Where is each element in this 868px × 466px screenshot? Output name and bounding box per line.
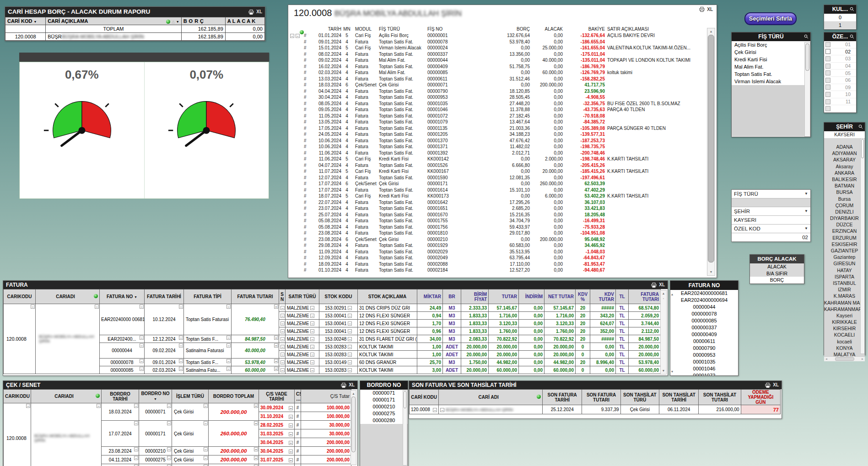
collapse-minus-button[interactable]: − bbox=[179, 336, 183, 340]
list-item[interactable]: 00000071 bbox=[360, 390, 408, 396]
collapse-minus-button[interactable]: − bbox=[310, 321, 314, 326]
slicer-item[interactable]: Toptan Satis Fat. bbox=[732, 70, 810, 78]
collapse-minus-button[interactable]: − bbox=[140, 367, 144, 371]
slicer-item[interactable]: 04 bbox=[824, 63, 856, 70]
collapse-minus-button[interactable]: − bbox=[280, 360, 285, 364]
fatura-no[interactable]: −00000044 bbox=[100, 343, 145, 359]
slicer-item[interactable]: GAZIANTEP bbox=[824, 247, 865, 254]
reset-selections-button[interactable]: Seçimleri Sıfırla bbox=[744, 12, 797, 25]
collapse-minus-button[interactable]: − bbox=[26, 404, 30, 408]
fis-turu-dropdown[interactable]: FİŞ TÜRÜ▼ bbox=[732, 190, 810, 198]
slicer-item[interactable]: KIRSEHIR bbox=[824, 325, 865, 332]
search-icon[interactable] bbox=[858, 124, 863, 129]
slicer-scrollbar[interactable] bbox=[860, 138, 865, 354]
collapse-minus-button[interactable]: − bbox=[310, 337, 314, 341]
cari-row[interactable]: 120.0008 BÜŞRBÜŞRA MOBİLYA ABDULLAH ŞİRİ… bbox=[5, 33, 265, 41]
collapse-minus-button[interactable]: − bbox=[289, 432, 293, 436]
list-item[interactable]: 00001035 bbox=[670, 359, 738, 365]
excel-export-icon[interactable]: XL bbox=[256, 7, 262, 17]
horizontal-scrollbar[interactable]: ◄ ► bbox=[824, 356, 865, 361]
checkbox-icon[interactable] bbox=[825, 78, 830, 83]
collapse-minus-button[interactable]: − bbox=[204, 404, 208, 408]
slicer-item[interactable]: kocaeli bbox=[824, 338, 865, 345]
slicer-item[interactable]: 01 bbox=[824, 41, 856, 48]
collapse-minus-button[interactable]: − bbox=[310, 314, 314, 318]
collapse-minus-button[interactable]: − bbox=[274, 336, 278, 340]
collapse-minus-button[interactable]: − bbox=[167, 421, 171, 425]
slicer-item[interactable]: KIRIKKALE bbox=[824, 319, 865, 325]
collapse-minus-button[interactable]: − bbox=[348, 321, 352, 326]
collapse-minus-button[interactable]: − bbox=[167, 404, 171, 408]
slicer-item[interactable]: BORÇ bbox=[750, 277, 804, 284]
checkbox-icon[interactable] bbox=[825, 49, 830, 54]
scrollbar-thumb[interactable] bbox=[861, 139, 864, 158]
slicer-item[interactable]: Kayseri bbox=[824, 312, 865, 319]
slicer-item[interactable]: ADIYAMAN bbox=[824, 150, 865, 156]
print-icon[interactable] bbox=[765, 383, 771, 388]
slicer-item[interactable]: Açilis Fisi Borç bbox=[732, 41, 810, 48]
bordro-no[interactable]: −00000210 bbox=[139, 447, 172, 455]
slicer-scrollbar[interactable] bbox=[804, 42, 810, 137]
collapse-minus-button[interactable]: − bbox=[310, 368, 314, 372]
slicer-item[interactable]: 0 bbox=[824, 14, 856, 21]
collapse-minus-button[interactable]: − bbox=[310, 360, 314, 364]
collapse-minus-button[interactable]: − bbox=[310, 306, 314, 310]
fatura-no[interactable]: −EAR20240000 00681 bbox=[100, 304, 145, 335]
checkbox-icon[interactable] bbox=[825, 106, 830, 111]
collapse-minus-button[interactable]: − bbox=[167, 456, 171, 460]
collapse-minus-button[interactable]: − bbox=[348, 329, 352, 333]
collapse-minus-button[interactable]: − bbox=[289, 441, 293, 445]
ozel-kod-value[interactable]: 02 bbox=[732, 233, 810, 241]
slicer-item[interactable]: ERZURUM bbox=[824, 235, 865, 241]
scroll-up-icon[interactable]: ▲ bbox=[707, 29, 715, 34]
scrollbar-thumb[interactable] bbox=[404, 391, 406, 408]
collapse-minus-button[interactable]: − bbox=[254, 456, 258, 460]
collapse-minus-button[interactable]: − bbox=[179, 343, 183, 348]
collapse-minus-button[interactable]: − bbox=[226, 367, 231, 371]
collapse-minus-button[interactable]: − bbox=[134, 447, 138, 451]
slicer-item[interactable]: ANKARA bbox=[824, 170, 865, 176]
collapse-minus-button[interactable]: − bbox=[226, 305, 231, 309]
collapse-minus-button[interactable]: − bbox=[289, 415, 293, 419]
sehir-dropdown[interactable]: ŞEHİR▼ bbox=[732, 207, 810, 216]
slicer-item[interactable]: 06 bbox=[824, 77, 856, 84]
collapse-minus-button[interactable]: − bbox=[134, 456, 138, 460]
collapse-minus-button[interactable]: − bbox=[280, 306, 285, 310]
collapse-minus-button[interactable]: − bbox=[289, 423, 293, 428]
slicer-item[interactable]: KAHRAMAN MARA bbox=[824, 300, 865, 306]
slicer-item[interactable]: DÜZCE bbox=[824, 221, 865, 228]
checkbox-icon[interactable] bbox=[825, 42, 830, 47]
ozel-kod-dropdown[interactable]: ÖZEL KOD▼ bbox=[732, 225, 810, 233]
col-header[interactable]: FATURA NO ▼ bbox=[100, 289, 145, 304]
print-icon[interactable] bbox=[651, 283, 657, 288]
slicer-item[interactable]: ÇORUM bbox=[824, 202, 865, 209]
list-item[interactable]: 00000275 bbox=[360, 410, 408, 417]
slicer-item[interactable]: BURSA bbox=[824, 189, 865, 195]
list-item[interactable]: 000000409 bbox=[670, 331, 738, 338]
collapse-minus-button[interactable]: − bbox=[289, 450, 293, 454]
slicer-item-selected[interactable]: KAYSERI bbox=[824, 131, 865, 138]
slicer-item[interactable]: DENIZLI bbox=[824, 209, 865, 215]
search-icon[interactable] bbox=[850, 34, 854, 39]
list-item[interactable]: 000000337 bbox=[670, 324, 738, 331]
collapse-minus-button[interactable]: − bbox=[348, 337, 352, 341]
bordro-no[interactable]: −00000280 bbox=[139, 464, 172, 466]
collapse-minus-button[interactable]: − bbox=[289, 458, 293, 462]
list-item[interactable]: 00000790 bbox=[670, 345, 738, 352]
col-header[interactable]: BORDRO NO ▼ bbox=[139, 390, 172, 403]
slicer-item[interactable]: ERZINCAN bbox=[824, 228, 865, 234]
collapse-minus-button[interactable]: − bbox=[280, 321, 285, 326]
collapse-minus-button[interactable]: − bbox=[310, 329, 314, 333]
scroll-down-icon[interactable]: ▼ bbox=[661, 368, 666, 374]
collapse-minus-button[interactable]: − bbox=[280, 337, 285, 341]
slicer-item[interactable]: ISPARTA bbox=[824, 273, 865, 280]
collapse-minus-button[interactable]: − bbox=[274, 367, 278, 371]
slicer-item[interactable]: K.MARAS bbox=[824, 293, 865, 299]
collapse-minus-button[interactable]: − bbox=[310, 345, 314, 349]
excel-export-icon[interactable]: XL bbox=[773, 381, 779, 389]
scrollbar-thumb[interactable] bbox=[351, 396, 356, 452]
collapse-minus-button[interactable]: − bbox=[348, 353, 352, 357]
bordro-no[interactable]: −00000171 bbox=[139, 421, 172, 447]
list-item[interactable]: 00000171 bbox=[360, 396, 408, 403]
slicer-item[interactable]: DIYARBAKIR bbox=[824, 215, 865, 221]
